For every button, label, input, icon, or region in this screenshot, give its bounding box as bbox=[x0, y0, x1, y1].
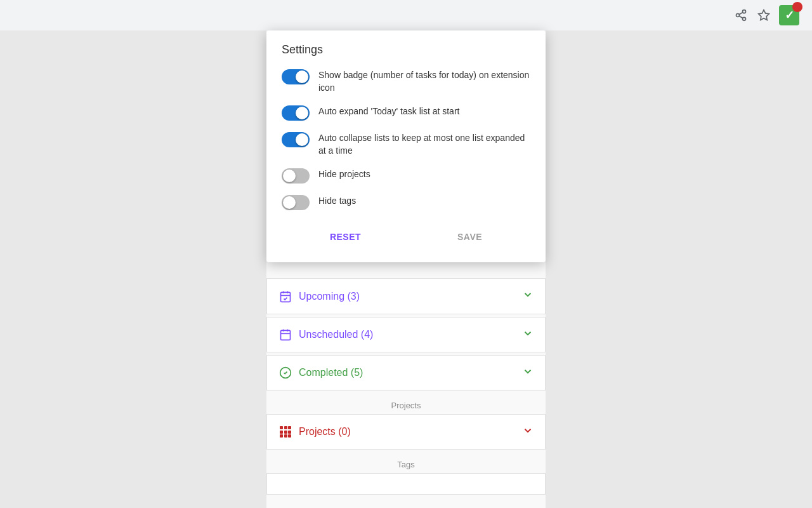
browser-toolbar: ✓ 1 bbox=[0, 0, 812, 30]
toggle-auto-collapse[interactable] bbox=[282, 132, 310, 147]
extension-icon[interactable]: ✓ 1 bbox=[779, 5, 799, 25]
settings-title: Settings bbox=[282, 43, 530, 57]
projects-section-label: Projects bbox=[266, 393, 546, 414]
settings-actions: RESET SAVE bbox=[282, 222, 530, 247]
upcoming-icon bbox=[278, 290, 292, 304]
setting-row-auto-expand: Auto expand 'Today' task list at start bbox=[282, 105, 530, 121]
setting-label-hide-tags: Hide tags bbox=[318, 195, 530, 208]
setting-label-show-badge: Show badge (number of tasks for today) o… bbox=[318, 69, 530, 94]
setting-label-hide-projects: Hide projects bbox=[318, 168, 530, 181]
list-item-upcoming[interactable]: Upcoming (3) bbox=[266, 278, 546, 314]
svg-point-0 bbox=[743, 10, 746, 13]
toggle-hide-projects[interactable] bbox=[282, 168, 310, 184]
svg-rect-6 bbox=[281, 292, 291, 302]
toggle-hide-tags[interactable] bbox=[282, 195, 310, 210]
setting-row-hide-projects: Hide projects bbox=[282, 168, 530, 184]
list-item-tags[interactable] bbox=[266, 473, 546, 495]
projects-label: Projects (0) bbox=[299, 426, 522, 438]
panel: Settings Show badge (number of tasks for… bbox=[266, 30, 546, 508]
projects-chevron bbox=[522, 425, 534, 439]
svg-point-1 bbox=[737, 14, 740, 17]
bookmark-icon[interactable] bbox=[756, 8, 771, 23]
setting-row-auto-collapse: Auto collapse lists to keep at most one … bbox=[282, 132, 530, 157]
main-content: Settings Show badge (number of tasks for… bbox=[0, 30, 812, 508]
setting-label-auto-collapse: Auto collapse lists to keep at most one … bbox=[318, 132, 530, 157]
list-item-unscheduled[interactable]: Unscheduled (4) bbox=[266, 317, 546, 352]
list-item-completed[interactable]: Completed (5) bbox=[266, 355, 546, 391]
setting-row-show-badge: Show badge (number of tasks for today) o… bbox=[282, 69, 530, 94]
setting-label-auto-expand: Auto expand 'Today' task list at start bbox=[318, 105, 530, 118]
svg-line-3 bbox=[739, 16, 743, 18]
svg-marker-5 bbox=[759, 10, 769, 20]
upcoming-label: Upcoming (3) bbox=[299, 291, 522, 302]
completed-icon bbox=[278, 366, 292, 380]
list-item-projects[interactable]: Projects (0) bbox=[266, 414, 546, 450]
upcoming-chevron bbox=[522, 289, 534, 304]
share-icon[interactable] bbox=[733, 8, 749, 23]
reset-button[interactable]: RESET bbox=[315, 227, 376, 247]
save-button[interactable]: SAVE bbox=[442, 227, 497, 247]
unscheduled-label: Unscheduled (4) bbox=[299, 329, 522, 340]
toggle-show-badge[interactable] bbox=[282, 69, 310, 84]
toggle-auto-expand[interactable] bbox=[282, 105, 310, 121]
svg-line-4 bbox=[739, 12, 743, 14]
svg-point-2 bbox=[743, 17, 746, 20]
settings-popup: Settings Show badge (number of tasks for… bbox=[266, 30, 546, 262]
completed-label: Completed (5) bbox=[299, 367, 522, 378]
unscheduled-chevron bbox=[522, 328, 534, 342]
completed-chevron bbox=[522, 366, 534, 380]
badge-count: 1 bbox=[792, 2, 802, 12]
setting-row-hide-tags: Hide tags bbox=[282, 195, 530, 210]
svg-rect-10 bbox=[281, 330, 291, 340]
unscheduled-icon bbox=[278, 328, 292, 342]
tags-section-label: Tags bbox=[266, 452, 546, 473]
projects-icon bbox=[278, 425, 292, 439]
